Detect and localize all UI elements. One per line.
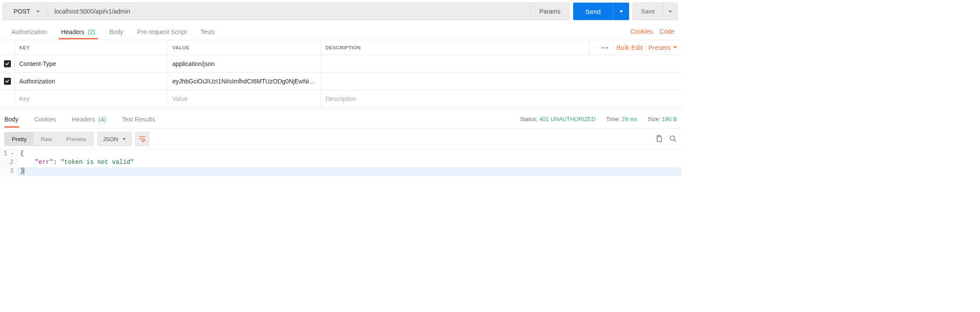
toolbar-right: [655, 135, 677, 144]
brace: {: [20, 150, 24, 157]
tab-tests[interactable]: Tests: [193, 24, 222, 39]
checkbox-checked-icon[interactable]: [4, 78, 11, 85]
brace: }: [20, 167, 24, 174]
response-tabs-row: Body Cookies Headers (4) Test Results St…: [0, 109, 681, 128]
placeholder-text: Description: [326, 95, 356, 102]
tab-authorization[interactable]: Authorization: [4, 24, 54, 39]
row-value-text: eyJhbGciOiJIUzI1NiIsImlhdCI6MTUzODg0NjEw…: [172, 78, 316, 85]
resp-tab-cookies[interactable]: Cookies: [34, 111, 63, 127]
col-key-label: KEY: [19, 45, 30, 50]
resp-tab-body[interactable]: Body: [4, 111, 25, 127]
placeholder-text: Key: [19, 95, 30, 102]
code-content: {: [18, 150, 681, 159]
row-key[interactable]: Authorization: [15, 73, 168, 90]
headers-table-head: KEY VALUE DESCRIPTION ••• Bulk Edit Pres…: [0, 40, 681, 55]
wrap-lines-button[interactable]: [135, 132, 149, 146]
format-select[interactable]: JSON: [97, 132, 132, 146]
request-tabs: Authorization Headers (2) Body Pre-reque…: [4, 24, 222, 39]
gutter[interactable]: 1 ▾: [0, 150, 18, 159]
more-icon[interactable]: •••: [602, 45, 611, 50]
time-label: Time:: [606, 116, 620, 122]
cursor: [24, 167, 24, 174]
tab-headers[interactable]: Headers (2): [54, 24, 102, 39]
json-string: "token is not valid": [60, 159, 134, 166]
code-content: "err": "token is not valid": [18, 159, 681, 167]
method-label: POST: [14, 8, 30, 15]
divider: [645, 43, 646, 52]
chevron-down-icon: [620, 10, 623, 13]
resp-tab-headers-label: Headers: [72, 116, 95, 123]
view-raw[interactable]: Raw: [34, 132, 59, 146]
view-mode-group: Pretty Raw Preview: [4, 132, 94, 146]
row-actions: [589, 55, 681, 73]
col-desc-head: DESCRIPTION: [321, 40, 589, 55]
save-dropdown[interactable]: [663, 3, 677, 20]
size-block: Size: 190 B: [648, 116, 677, 122]
time-value: 29 ms: [622, 116, 637, 122]
placeholder-text: Value: [172, 95, 188, 102]
resp-tab-headers-count: (4): [98, 116, 106, 123]
col-value-label: VALUE: [172, 45, 189, 50]
sep: :: [53, 159, 61, 166]
row-value[interactable]: eyJhbGciOiJIUzI1NiIsImlhdCI6MTUzODg0NjEw…: [168, 73, 321, 90]
code-line: 2 "err": "token is not valid": [0, 159, 681, 167]
params-button[interactable]: Params: [530, 3, 570, 20]
svg-point-1: [670, 136, 675, 140]
row-checkbox-cell[interactable]: [0, 55, 15, 73]
view-pretty[interactable]: Pretty: [5, 132, 34, 146]
table-row[interactable]: Content-Type application/json: [0, 55, 681, 73]
row-key-text: Content-Type: [19, 60, 56, 67]
code-line: 3 }: [0, 167, 681, 176]
table-row[interactable]: Authorization eyJhbGciOiJIUzI1NiIsImlhdC…: [0, 73, 681, 90]
save-button[interactable]: Save: [633, 3, 678, 20]
response-tabs: Body Cookies Headers (4) Test Results: [4, 111, 171, 127]
row-actions: [589, 90, 681, 107]
search-icon[interactable]: [669, 135, 677, 144]
send-button[interactable]: Send: [573, 3, 629, 20]
gutter: 2: [0, 159, 18, 167]
size-label: Size:: [648, 116, 660, 122]
bulk-edit-link[interactable]: Bulk Edit: [616, 44, 643, 51]
row-checkbox-cell[interactable]: [0, 73, 15, 90]
headers-table: KEY VALUE DESCRIPTION ••• Bulk Edit Pres…: [0, 40, 681, 107]
checkbox-checked-icon[interactable]: [4, 60, 11, 67]
code-line: 1 ▾ {: [0, 150, 681, 159]
row-desc-input[interactable]: Description: [321, 90, 589, 107]
tab-headers-label: Headers: [61, 28, 84, 35]
status-info: Status: 401 UNAUTHORIZED Time: 29 ms Siz…: [520, 116, 677, 122]
row-value-input[interactable]: Value: [168, 90, 321, 107]
gutter: 3: [0, 167, 18, 176]
row-value[interactable]: application/json: [168, 55, 321, 73]
resp-tab-tests[interactable]: Test Results: [122, 111, 162, 127]
col-desc-label: DESCRIPTION: [326, 45, 361, 50]
row-desc[interactable]: [321, 55, 589, 73]
col-key-head: KEY: [15, 40, 168, 55]
tab-prerequest[interactable]: Pre-request Script: [130, 24, 194, 39]
row-key[interactable]: Content-Type: [15, 55, 168, 73]
view-preview[interactable]: Preview: [59, 132, 93, 146]
col-value-head: VALUE: [168, 40, 321, 55]
right-links: Cookies Code: [630, 28, 677, 35]
code-link[interactable]: Code: [660, 28, 674, 35]
fold-icon[interactable]: ▾: [8, 152, 14, 156]
url-input[interactable]: [48, 3, 530, 20]
size-value: 190 B: [662, 116, 677, 122]
body-toolbar: Pretty Raw Preview JSON: [0, 128, 681, 149]
method-select[interactable]: POST: [3, 3, 48, 20]
resp-tab-headers[interactable]: Headers (4): [72, 111, 113, 127]
row-key-input[interactable]: Key: [15, 90, 168, 107]
presets-dropdown[interactable]: Presets: [648, 44, 677, 51]
chevron-down-icon: [673, 46, 677, 49]
response-body[interactable]: 1 ▾ { 2 "err": "token is not valid" 3 }: [0, 149, 681, 176]
row-desc[interactable]: [321, 73, 589, 90]
cookies-link[interactable]: Cookies: [630, 28, 653, 35]
table-row-new[interactable]: Key Value Description: [0, 90, 681, 107]
row-key-text: Authorization: [19, 78, 55, 85]
row-value-text: application/json: [172, 60, 215, 67]
copy-icon[interactable]: [655, 135, 663, 144]
request-bar: POST Params Send Save: [0, 0, 681, 23]
status-value: 401 UNAUTHORIZED: [539, 116, 596, 122]
tab-body[interactable]: Body: [102, 24, 130, 39]
send-dropdown[interactable]: [613, 3, 629, 20]
request-tabs-row: Authorization Headers (2) Body Pre-reque…: [0, 23, 681, 40]
